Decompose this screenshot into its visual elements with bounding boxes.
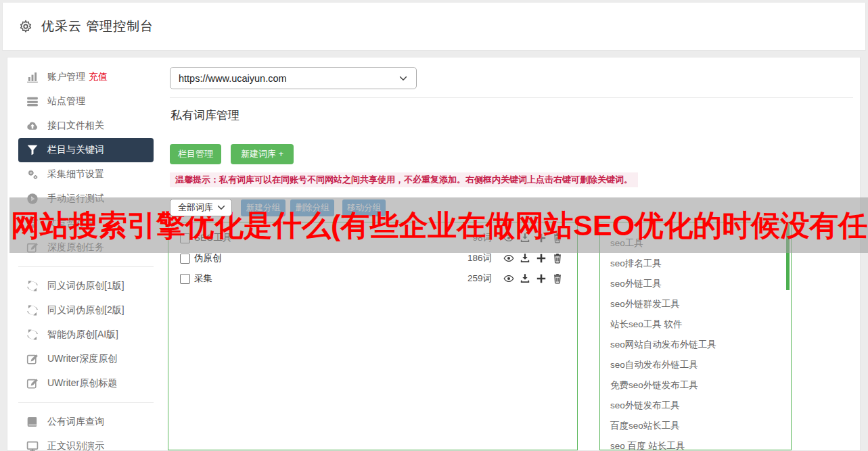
lexicon-word-count: 259词 — [467, 272, 492, 285]
keyword-item[interactable]: seo外链发布工具 — [610, 396, 791, 416]
header: 优采云 管理控制台 — [2, 3, 866, 51]
keyword-item[interactable]: 百度seo站长工具 — [610, 416, 791, 436]
bar-chart-icon — [26, 71, 39, 83]
sidebar-item-label: 正文识别演示 — [47, 440, 104, 451]
overlay-banner-text: 网站搜索引擎优化是什么(有些企业在做网站SEO优化的时候没有任 — [9, 211, 867, 240]
sidebar-item[interactable]: 接口文件相关 — [18, 114, 154, 138]
lexicon-group-select-value: 全部词库 — [178, 201, 213, 214]
trash-icon[interactable] — [552, 253, 563, 264]
page-title: 私有词库管理 — [170, 108, 239, 123]
new-lexicon-button[interactable]: 新建词库 + — [231, 144, 294, 164]
recharge-badge[interactable]: 充值 — [89, 71, 108, 83]
plus-icon[interactable] — [536, 273, 547, 284]
keyword-item[interactable]: seo 百度 站长工具 — [610, 436, 791, 451]
sidebar-item[interactable]: 采集细节设置 — [18, 162, 154, 187]
monitor-icon — [26, 440, 39, 451]
lexicon-checkbox[interactable] — [180, 274, 190, 284]
chevron-down-icon — [216, 203, 226, 212]
book-icon — [26, 416, 39, 428]
sidebar-item-label: 采集细节设置 — [47, 168, 104, 181]
download-icon[interactable] — [520, 273, 530, 284]
sidebar-item-label: 接口文件相关 — [47, 120, 104, 132]
keyword-item[interactable]: seo外链群发工具 — [610, 294, 791, 314]
sidebar-item[interactable]: 站点管理 — [18, 89, 154, 114]
sidebar-item-label: 智能伪原创[AI版] — [47, 329, 118, 341]
keyword-item[interactable]: seo网站自动发布外链工具 — [610, 335, 791, 355]
sidebar-item-label: 同义词伪原创[1版] — [47, 280, 124, 292]
keyword-item[interactable]: 站长seo工具 软件 — [610, 314, 791, 335]
download-icon[interactable] — [520, 253, 530, 264]
sidebar-item[interactable]: UWriter深度原创 — [18, 347, 154, 371]
edit-icon — [26, 353, 39, 365]
app-title: 优采云 管理控制台 — [41, 18, 154, 35]
refresh-icon — [26, 304, 39, 316]
eye-icon[interactable] — [503, 273, 514, 284]
sidebar-item-label: UWriter原创标题 — [47, 377, 117, 389]
sidebar-item-label: 栏目与关键词 — [47, 144, 104, 156]
sidebar-item-label: 公有词库查询 — [47, 416, 104, 428]
lexicon-group-select[interactable]: 全部词库 — [170, 199, 232, 216]
refresh-icon — [26, 329, 39, 341]
lexicon-word-count: 186词 — [467, 252, 492, 264]
sidebar-divider — [18, 402, 154, 403]
lexicon-name: 采集 — [194, 272, 212, 285]
sidebar-item[interactable]: 账户管理充值 — [18, 65, 154, 89]
sidebar-divider — [18, 266, 154, 267]
lexicon-row[interactable]: 采集259词 — [168, 268, 577, 289]
edit-icon — [26, 377, 39, 389]
content-card: 账户管理充值站点管理接口文件相关栏目与关键词采集细节设置手动运行测试文章暂存库深… — [7, 57, 861, 451]
chevron-down-icon — [398, 74, 408, 83]
refresh-icon — [26, 280, 39, 292]
trash-icon[interactable] — [552, 273, 563, 284]
plus-icon[interactable] — [536, 253, 547, 264]
lexicon-name: 伪原创 — [194, 252, 222, 264]
keyword-list: seo工具seo排名工具seo外链工具seo外链群发工具站长seo工具 软件se… — [600, 222, 791, 451]
sidebar-item-label: UWriter深度原创 — [47, 353, 117, 365]
lexicon-checkbox[interactable] — [180, 254, 190, 264]
keyword-panel: seo工具seo排名工具seo外链工具seo外链群发工具站长seo工具 软件se… — [599, 222, 792, 450]
sidebar-item[interactable]: 栏目与关键词 — [18, 138, 154, 162]
sidebar-item-label: 站点管理 — [47, 95, 85, 108]
sidebar-item[interactable]: 同义词伪原创[2版] — [18, 298, 154, 323]
site-select-value: https://www.ucaiyun.com — [179, 73, 287, 84]
funnel-icon — [26, 144, 39, 156]
keyword-item[interactable]: seo排名工具 — [610, 254, 791, 274]
eye-icon[interactable] — [503, 253, 514, 264]
sidebar-item-label: 同义词伪原创[2版] — [47, 304, 124, 316]
column-manage-button[interactable]: 栏目管理 — [170, 144, 221, 164]
sidebar-item[interactable]: 同义词伪原创[1版] — [18, 274, 154, 298]
stack-icon — [26, 95, 39, 108]
site-select[interactable]: https://www.ucaiyun.com — [170, 67, 417, 89]
sidebar-item[interactable]: 智能伪原创[AI版] — [18, 323, 154, 347]
sidebar-item[interactable]: UWriter原创标题 — [18, 371, 154, 396]
overlay-banner: 网站搜索引擎优化是什么(有些企业在做网站SEO优化的时候没有任 — [9, 197, 868, 253]
page: 优采云 管理控制台 账户管理充值站点管理接口文件相关栏目与关键词采集细节设置手动… — [0, 0, 868, 451]
tip-message: 温馨提示：私有词库可以在同账号不同网站之间共享使用，不必重复添加。右侧框内关键词… — [170, 172, 638, 187]
keyword-item[interactable]: seo外链工具 — [610, 274, 791, 294]
lexicon-list-panel: SEO工具98词伪原创186词采集259词 — [168, 222, 578, 450]
sidebar: 账户管理充值站点管理接口文件相关栏目与关键词采集细节设置手动运行测试文章暂存库深… — [7, 57, 164, 451]
divider — [170, 97, 853, 98]
cloud-upload-icon — [26, 120, 39, 132]
gears-icon — [26, 168, 39, 181]
gear-icon — [19, 20, 32, 33]
keyword-item[interactable]: 免费seo外链发布工具 — [610, 375, 791, 396]
sidebar-item[interactable]: 公有词库查询 — [18, 410, 154, 434]
sidebar-item-label: 账户管理 — [47, 71, 85, 83]
sidebar-item[interactable]: 正文识别演示 — [18, 434, 154, 451]
keyword-item[interactable]: seo自动发布外链工具 — [610, 355, 791, 375]
